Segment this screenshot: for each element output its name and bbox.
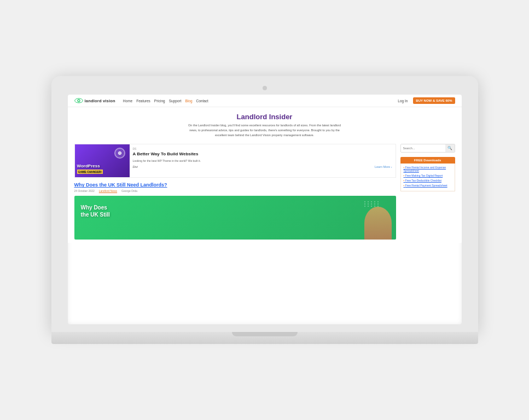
- site-main: ⊕ WordPress GAME CHANGER! DS A Better Wa…: [68, 141, 462, 243]
- nav-cta-button[interactable]: BUY NOW & SAVE 60%: [413, 97, 455, 104]
- camera: [263, 86, 267, 90]
- divi-logo-circle: ⊕: [114, 148, 125, 159]
- download-item-2[interactable]: Free Tax-Deductible Checklist: [404, 179, 452, 182]
- ad-subtitle: Looking for the best WP Theme in the wor…: [133, 159, 392, 163]
- ad-learn-more[interactable]: Learn More ›: [375, 165, 392, 168]
- svg-point-2: [78, 100, 79, 102]
- main-content: ⊕ WordPress GAME CHANGER! DS A Better Wa…: [74, 144, 396, 240]
- hero-title: Landlord Insider: [90, 113, 440, 121]
- article-image-text: Why Doesthe UK Still: [81, 204, 110, 218]
- article-title[interactable]: Why Does the UK Still Need Landlords?: [74, 182, 396, 188]
- wp-label: WordPress GAME CHANGER!: [77, 164, 103, 174]
- site-navigation: landlord vision Home Features Pricing Su…: [68, 95, 462, 107]
- article-date: 24 October 2022: [74, 189, 95, 192]
- logo-text: landlord vision: [85, 98, 115, 103]
- article-meta: 24 October 2022 Landlord News George Drd…: [74, 189, 396, 192]
- search-button[interactable]: 🔍: [445, 144, 455, 152]
- sidebar: 🔍 FREE Downloads Free Rental Income and …: [400, 144, 455, 240]
- nav-support[interactable]: Support: [169, 99, 182, 103]
- laptop-base: [51, 332, 478, 344]
- download-item-0[interactable]: Free Rental Income and Expense Spreadshe…: [404, 166, 452, 172]
- logo-icon: [74, 98, 83, 103]
- decorative-dots: [364, 201, 380, 207]
- nav-links: Home Features Pricing Support Blog Conta…: [123, 99, 394, 103]
- article-category[interactable]: Landlord News: [99, 189, 117, 192]
- sidebar-search[interactable]: 🔍: [400, 144, 455, 153]
- ad-banner[interactable]: ⊕ WordPress GAME CHANGER! DS A Better Wa…: [74, 144, 396, 178]
- nav-blog[interactable]: Blog: [185, 99, 193, 103]
- article-author: George Drda: [121, 189, 137, 192]
- search-input[interactable]: [401, 144, 445, 152]
- laptop-frame: landlord vision Home Features Pricing Su…: [51, 76, 478, 344]
- nav-contact[interactable]: Contact: [196, 99, 208, 103]
- article-image: Why Doesthe UK Still: [74, 196, 396, 240]
- ad-title: A Better Way To Build Websites: [133, 151, 392, 157]
- ad-ds-label: DS: [133, 147, 392, 150]
- site-logo: landlord vision: [74, 98, 115, 103]
- screen-bezel: landlord vision Home Features Pricing Su…: [51, 76, 478, 332]
- ad-footer: Divi Learn More ›: [133, 165, 392, 168]
- ad-text-area: DS A Better Way To Build Websites Lookin…: [130, 144, 396, 177]
- wp-text: WordPress: [77, 164, 103, 169]
- hero-description: On the Landlord Insider blog, you'll fin…: [188, 123, 341, 137]
- downloads-header: FREE Downloads: [400, 157, 455, 164]
- website-content: landlord vision Home Features Pricing Su…: [68, 95, 462, 324]
- site-hero: Landlord Insider On the Landlord Insider…: [68, 107, 462, 141]
- download-item-3[interactable]: Free Rental Payment Spreadsheet: [404, 184, 452, 187]
- nav-login[interactable]: Log In: [398, 99, 408, 103]
- downloads-list: Free Rental Income and Expense Spreadshe…: [400, 164, 455, 191]
- nav-pricing[interactable]: Pricing: [154, 99, 165, 103]
- laptop-screen: landlord vision Home Features Pricing Su…: [68, 95, 462, 324]
- wp-game-changer: GAME CHANGER!: [77, 170, 103, 174]
- download-item-1[interactable]: Free Making Tax Digital Report: [404, 174, 452, 177]
- article-person-image: [364, 207, 392, 240]
- nav-home[interactable]: Home: [123, 99, 132, 103]
- nav-features[interactable]: Features: [136, 99, 150, 103]
- ad-image: ⊕ WordPress GAME CHANGER!: [75, 144, 130, 178]
- ad-brand: Divi: [133, 165, 138, 168]
